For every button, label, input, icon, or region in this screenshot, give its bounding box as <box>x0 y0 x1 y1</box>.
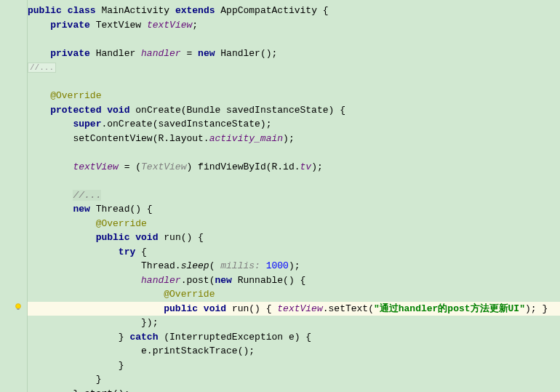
editor-gutter <box>0 0 28 392</box>
code-line: @Override <box>28 89 560 103</box>
code-line: new Thread() { <box>28 202 560 217</box>
code-line: }); <box>28 316 560 330</box>
code-line: } catch (InterruptedException e) { <box>28 330 560 345</box>
code-line <box>28 32 560 47</box>
lightbulb-icon[interactable] <box>13 302 23 312</box>
code-line: public void run() { <box>28 231 560 245</box>
code-line: setContentView(R.layout.activity_main); <box>28 132 560 146</box>
code-line: //... <box>28 188 560 203</box>
code-line: } <box>28 372 560 387</box>
code-line: Thread.sleep( millis: 1000); <box>28 259 560 273</box>
code-editor[interactable]: public class MainActivity extends AppCom… <box>28 0 560 392</box>
code-line: public class MainActivity extends AppCom… <box>28 4 560 18</box>
svg-point-0 <box>16 304 21 309</box>
code-line: }.start(); <box>28 387 560 393</box>
code-line: } <box>28 359 560 373</box>
code-line: @Override <box>28 217 560 231</box>
fold-marker[interactable]: //... <box>28 63 56 73</box>
code-line <box>28 75 560 89</box>
code-line <box>28 174 560 188</box>
code-line: handler.post(new Runnable() { <box>28 273 560 288</box>
svg-rect-1 <box>17 308 20 310</box>
code-line: super.onCreate(savedInstanceState); <box>28 117 560 132</box>
code-line: private TextView textView; <box>28 18 560 33</box>
code-line: @Override <box>28 287 560 302</box>
code-line <box>28 145 560 160</box>
code-line: e.printStackTrace(); <box>28 344 560 359</box>
code-line: try { <box>28 245 560 260</box>
code-line: //... <box>28 60 560 75</box>
code-line: private Handler handler = new Handler(); <box>28 47 560 61</box>
code-line: protected void onCreate(Bundle savedInst… <box>28 103 560 118</box>
highlighted-code-line: public void run() { textView.setText("通过… <box>28 302 560 316</box>
code-line: textView = (TextView) findViewById(R.id.… <box>28 160 560 175</box>
